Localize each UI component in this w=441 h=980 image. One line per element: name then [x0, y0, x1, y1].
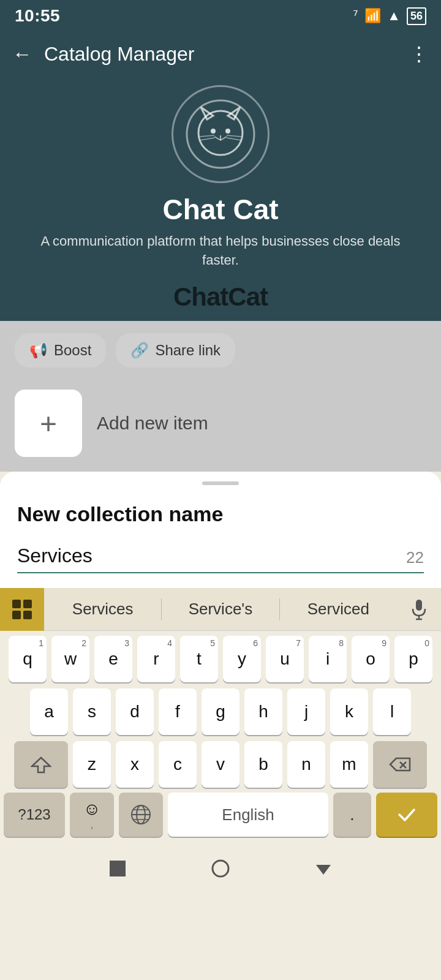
hero-brand-text: ChatCat: [173, 282, 268, 312]
status-time: 10:55: [15, 6, 60, 26]
boost-button[interactable]: 📢 Boost: [15, 333, 106, 368]
key-z[interactable]: z: [73, 741, 111, 788]
suggestion-2[interactable]: Service's: [162, 600, 279, 619]
key-n[interactable]: n: [287, 741, 325, 788]
hero-section: Chat Cat A communication platform that h…: [0, 76, 441, 321]
key-u[interactable]: u7: [266, 636, 304, 682]
sheet-title: New collection name: [17, 502, 424, 526]
key-p[interactable]: p0: [394, 636, 432, 682]
key-m[interactable]: m: [330, 741, 368, 788]
app-bar: ← Catalog Manager ⋮: [0, 32, 441, 76]
enter-key[interactable]: [376, 793, 437, 837]
key-a[interactable]: a: [30, 688, 68, 735]
delete-icon: [388, 756, 412, 773]
key-y[interactable]: y6: [223, 636, 261, 682]
shift-icon: [31, 755, 51, 774]
svg-marker-16: [32, 758, 50, 772]
key-g[interactable]: g: [202, 688, 239, 735]
char-count: 22: [406, 548, 424, 567]
mic-icon: [410, 598, 428, 620]
svg-marker-26: [316, 865, 331, 875]
keyboard: Services Service's Serviced q1 w2 e3 r4 …: [0, 588, 441, 846]
key-c[interactable]: c: [159, 741, 197, 788]
suggestion-1[interactable]: Services: [44, 600, 161, 619]
status-bar: 10:55 ⁷ 📶 ▲ 56: [0, 0, 441, 32]
checkmark-icon: [396, 804, 418, 826]
key-f[interactable]: f: [159, 688, 197, 735]
svg-line-7: [214, 137, 221, 140]
status-icons: ⁷ 📶 ▲ 56: [353, 7, 426, 25]
space-key[interactable]: English: [168, 793, 328, 837]
more-menu-button[interactable]: ⋮: [409, 42, 429, 66]
shift-key[interactable]: [14, 741, 68, 788]
key-row-1: q1 w2 e3 r4 t5 y6 u7 i8 o9 p0: [4, 636, 437, 682]
key-k[interactable]: k: [330, 688, 368, 735]
svg-line-11: [227, 135, 241, 137]
page-title: Catalog Manager: [44, 43, 409, 66]
svg-line-12: [227, 138, 241, 140]
nav-bar: [0, 846, 441, 891]
bottom-key-row: ?123 ☺ , English .: [0, 790, 441, 846]
bottom-sheet: New collection name 22: [0, 472, 441, 588]
nav-square-button[interactable]: [103, 854, 132, 883]
key-h[interactable]: h: [244, 688, 282, 735]
key-b[interactable]: b: [244, 741, 282, 788]
svg-point-25: [213, 861, 228, 876]
battery-icon: 56: [407, 7, 426, 25]
nav-back-button[interactable]: [309, 854, 338, 883]
nav-home-button[interactable]: [206, 854, 235, 883]
signal-icon: 📶: [364, 8, 381, 24]
suggestion-3[interactable]: Serviced: [280, 600, 397, 619]
key-t[interactable]: t5: [180, 636, 218, 682]
period-key[interactable]: .: [333, 793, 371, 837]
key-w[interactable]: w2: [51, 636, 89, 682]
key-r[interactable]: r4: [137, 636, 175, 682]
wifi-icon: ▲: [387, 8, 401, 24]
nav-square-icon: [107, 858, 129, 880]
collection-name-input[interactable]: [17, 545, 399, 567]
key-d[interactable]: d: [116, 688, 154, 735]
key-e[interactable]: e3: [94, 636, 132, 682]
key-q[interactable]: q1: [9, 636, 47, 682]
svg-rect-24: [110, 861, 126, 876]
brand-logo-svg: [184, 97, 257, 171]
add-item-section: + Add new item: [0, 380, 441, 472]
key-o[interactable]: o9: [352, 636, 390, 682]
delete-key[interactable]: [373, 741, 427, 788]
nav-circle-icon: [209, 858, 232, 880]
hero-logo-circle: [172, 85, 270, 183]
key-x[interactable]: x: [116, 741, 154, 788]
svg-line-8: [221, 137, 227, 140]
add-item-box[interactable]: +: [15, 390, 82, 457]
back-button[interactable]: ←: [12, 43, 32, 66]
language-key[interactable]: [119, 793, 163, 837]
globe-icon: [130, 804, 152, 826]
hero-app-name: Chat Cat: [162, 193, 278, 226]
share-link-label: Share link: [155, 342, 221, 359]
key-i[interactable]: i8: [309, 636, 347, 682]
key-rows: q1 w2 e3 r4 t5 y6 u7 i8 o9 p0 a s d f g …: [0, 631, 441, 790]
add-icon: +: [40, 407, 57, 440]
key-s[interactable]: s: [73, 688, 111, 735]
key-v[interactable]: v: [202, 741, 239, 788]
share-icon: 🔗: [130, 342, 149, 359]
emoji-key[interactable]: ☺ ,: [70, 793, 114, 837]
numbers-key[interactable]: ?123: [4, 793, 65, 837]
nav-triangle-icon: [312, 858, 334, 880]
microphone-button[interactable]: [397, 588, 441, 631]
boost-icon: 📢: [29, 342, 48, 359]
key-row-2: a s d f g h j k l: [4, 688, 437, 735]
collection-name-input-row: 22: [17, 545, 424, 573]
hero-subtitle: A communication platform that helps busi…: [0, 232, 441, 270]
key-j[interactable]: j: [287, 688, 325, 735]
suggestions-row: Services Service's Serviced: [0, 588, 441, 631]
emoji-panel-button[interactable]: [0, 588, 44, 631]
key-l[interactable]: l: [373, 688, 411, 735]
smiley-icon: ☺: [83, 799, 101, 819]
svg-point-5: [225, 129, 230, 134]
svg-rect-13: [416, 600, 422, 611]
action-section: 📢 Boost 🔗 Share link: [0, 321, 441, 380]
svg-point-4: [211, 129, 216, 134]
add-item-label: Add new item: [97, 413, 208, 434]
share-link-button[interactable]: 🔗 Share link: [116, 333, 235, 368]
